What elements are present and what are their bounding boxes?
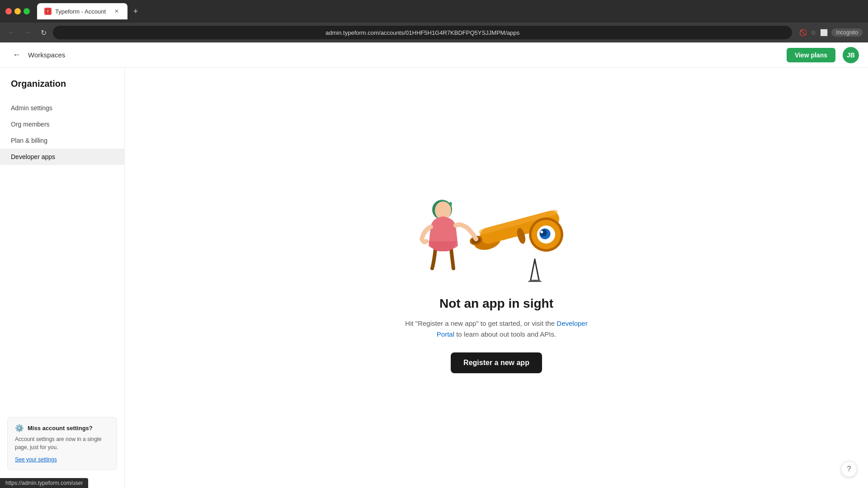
sidebar: Organization Admin settings Org members … [0,68,125,488]
empty-state-title: Not an app in sight [397,296,596,311]
main-content: Not an app in sight Hit "Register a new … [125,68,868,488]
tab-favicon: T [44,8,52,15]
svg-line-3 [535,259,539,282]
view-plans-button[interactable]: View plans [787,48,835,62]
new-tab-button[interactable]: + [129,5,142,18]
back-nav-button[interactable]: ← [5,27,18,38]
split-view-icon[interactable]: ⬜ [820,29,828,36]
sidebar-nav-plan-billing[interactable]: Plan & billing [0,132,124,149]
info-box-body: Account settings are now in a single pag… [15,435,109,451]
browser-title-bar: T Typeform - Account ✕ + [0,0,868,23]
info-box: ⚙️ Miss account settings? Account settin… [7,417,117,470]
settings-icon: ⚙️ [15,424,24,432]
incognito-badge: Incognito [831,28,863,37]
tab-close-button[interactable]: ✕ [113,8,120,15]
address-bar-row: ← → ↻ 🚫 ☆ ⬜ Incognito [0,23,868,42]
forward-nav-button[interactable]: → [22,27,34,38]
address-bar-icons: 🚫 ☆ ⬜ Incognito [799,28,863,37]
status-url: https://admin.typeform.com/user [5,480,83,486]
empty-state-desc-suffix: to learn about out tools and APIs. [454,330,556,338]
back-button[interactable]: ← [11,48,23,61]
svg-line-2 [530,259,535,282]
workspaces-label: Workspaces [28,51,65,59]
sidebar-nav-org-members[interactable]: Org members [0,116,124,132]
app-layout: Organization Admin settings Org members … [0,68,868,488]
sidebar-item-admin-settings[interactable]: Admin settings [0,100,124,116]
active-tab[interactable]: T Typeform - Account ✕ [37,3,127,19]
illustration [410,183,582,282]
address-input[interactable] [53,26,792,39]
maximize-window-button[interactable] [24,8,30,14]
user-avatar[interactable]: JB [843,47,859,63]
camera-off-icon: 🚫 [799,29,807,36]
star-icon[interactable]: ☆ [811,29,816,36]
empty-state-desc-prefix: Hit "Register a new app" to get started,… [405,319,557,327]
info-box-header: ⚙️ Miss account settings? [15,424,109,432]
status-bar: https://admin.typeform.com/user [0,478,88,488]
sidebar-item-org-members[interactable]: Org members [0,116,124,132]
register-new-app-button[interactable]: Register a new app [451,352,542,373]
info-box-title: Miss account settings? [28,425,93,432]
minimize-window-button[interactable] [14,8,21,14]
see-settings-link[interactable]: See your settings [15,456,57,463]
tab-title: Typeform - Account [55,8,109,15]
window-controls [5,8,30,14]
empty-state-description: Hit "Register a new app" to get started,… [397,318,596,340]
empty-state: Not an app in sight Hit "Register a new … [379,164,614,391]
sidebar-item-developer-apps[interactable]: Developer apps [0,149,124,165]
help-button[interactable]: ? [841,461,857,477]
tab-bar: T Typeform - Account ✕ + [37,0,863,23]
close-window-button[interactable] [5,8,12,14]
top-nav: ← Workspaces View plans JB [0,42,868,68]
svg-text:T: T [47,10,49,13]
sidebar-nav-developer-apps[interactable]: Developer apps [0,149,124,165]
sidebar-nav: Admin settings Org members Plan & billin… [0,100,124,165]
sidebar-item-plan-billing[interactable]: Plan & billing [0,132,124,149]
sidebar-nav-admin-settings[interactable]: Admin settings [0,100,124,116]
sidebar-title: Organization [0,79,124,100]
reload-button[interactable]: ↻ [38,27,49,39]
sidebar-top: Organization Admin settings Org members … [0,79,124,165]
